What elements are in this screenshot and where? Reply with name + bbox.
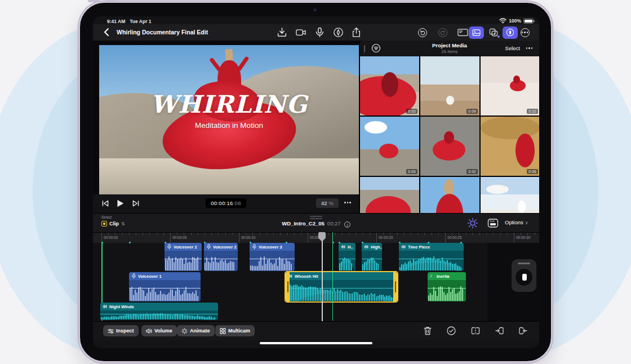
next-frame-button[interactable] [131,199,140,208]
media-thumbnail[interactable]: 0:10 [481,56,539,116]
timeline-clip[interactable]: High.. [362,243,382,271]
trim-handle-right[interactable] [393,272,397,301]
clip-duration-badge: 0:10 [527,109,538,114]
button-label: Animate [190,328,210,334]
volume-line[interactable] [100,314,218,314]
timeline-clip[interactable]: Voiceover 3 [250,243,295,271]
clip-duration-badge: 0:06 [527,169,538,174]
current-timecode[interactable]: 00:00:16:08 [206,198,246,208]
volume-line[interactable] [286,288,397,288]
approve-check-icon[interactable] [446,326,456,336]
timeline-drag-handle[interactable] [310,216,322,220]
back-button[interactable] [102,27,112,37]
undo-icon[interactable] [417,27,428,38]
media-thumbnail[interactable]: 0:06 [481,117,539,176]
titles-browser-icon[interactable] [457,27,468,38]
volume-line[interactable] [204,259,238,259]
volume-line[interactable] [428,288,466,288]
clip-label: Voiceover 2 [174,245,197,250]
timeline-clip[interactable]: Voiceover 2 [165,243,202,271]
select-button[interactable]: Select [505,45,520,51]
play-button[interactable] [115,199,125,208]
clip-label: Time Piece [408,245,430,250]
ruler-tick-label: 00:00:20 [376,233,393,243]
timeline-ruler[interactable]: 00:00:0000:00:0500:00:1000:00:1500:00:20… [93,232,539,243]
ruler-tick-label: 00:00:25 [445,233,461,243]
jog-wheel-button[interactable] [503,26,518,39]
timeline-clip[interactable]: ♪Inertia [428,272,466,301]
volume-line[interactable] [250,259,295,259]
thumbnail-subject [446,96,454,105]
volume-button[interactable]: Volume [141,325,177,336]
options-button[interactable]: Options∨ [505,219,528,225]
audio-waveform [165,255,201,270]
jog-wheel-dial[interactable] [515,268,533,286]
front-camera [313,8,317,12]
media-thumbnail[interactable]: 0:09 [420,56,479,116]
jog-wheel-grip[interactable] [518,263,530,264]
timeline-clip[interactable]: Voiceover 1 [129,272,201,301]
media-thumbnail[interactable] [481,177,539,213]
media-thumbnail[interactable]: 0:02 [420,117,479,176]
more-options-icon[interactable] [519,27,530,38]
clip-marker-dot [399,242,401,243]
jog-wheel[interactable] [512,259,536,292]
audio-waveform [205,255,237,270]
timeline-tracks: Voiceover 2Voiceover 2Voiceover 3H..High… [93,243,539,321]
clip-marker-dot [101,242,103,243]
media-thumbnail[interactable]: 0:03 [360,56,419,116]
media-thumbnail[interactable] [360,177,419,213]
ipad-device: 9:41 AM Tue Apr 1 100% Whirling Document… [78,1,553,363]
clip-duration-badge: 0:02 [466,169,478,174]
import-media-icon[interactable] [277,27,287,38]
clip-marker-dot [250,242,251,243]
timeline-clip[interactable]: H.. [339,243,356,271]
audio-waveform [399,255,463,270]
previous-frame-button[interactable] [101,199,110,208]
animate-button[interactable]: Animate [177,325,215,336]
volume-line[interactable] [165,259,202,259]
timeline-clip[interactable]: Night Winds [100,303,218,320]
multicam-button[interactable]: Multicam [215,325,255,336]
clip-marker-dot [428,242,429,243]
thumbnail-subject [518,201,526,213]
split-clip-icon[interactable] [470,326,481,336]
multicam-switcher-icon[interactable] [487,217,499,229]
thumbnail-subject [381,72,398,97]
overwrite-clip-icon[interactable] [518,326,528,336]
volume-line[interactable] [339,259,356,259]
timeline-clip[interactable]: Voiceover 2 [204,243,238,271]
volume-line[interactable] [399,259,464,259]
clip-label: Whoosh Hit [295,274,318,279]
inspect-button[interactable]: Inspect [103,325,139,336]
media-browser-button[interactable] [469,26,484,39]
thumbnail-subject [444,131,454,144]
record-voiceover-icon[interactable] [314,27,325,38]
video-preview[interactable]: WHIRLING Meditation in Motion [99,45,359,194]
viewer-zoom-control[interactable]: 42% [316,198,339,208]
effects-browser-button[interactable] [486,26,501,39]
thumbnail-subject [379,144,398,158]
volume-line[interactable] [362,259,382,259]
media-thumbnail[interactable]: 0:04 [360,117,419,176]
media-more-icon[interactable] [526,47,533,49]
media-thumbnail[interactable] [420,177,479,213]
trim-handle-left[interactable] [286,272,290,301]
pencil-tool-icon[interactable] [333,27,344,38]
playhead-line[interactable] [322,232,323,321]
trash-icon[interactable] [423,326,433,336]
insert-clip-icon[interactable] [495,326,505,336]
timeline-clip[interactable]: Whoosh Hit [286,272,397,301]
audio-waveform [428,285,465,301]
viewer-more-icon[interactable] [344,202,351,203]
thumbnail-subject [486,185,509,194]
share-icon[interactable] [351,27,362,38]
project-title: Whirling Documentary Final Edit [117,29,208,35]
redo-icon[interactable] [437,27,448,38]
home-indicator[interactable] [260,342,372,344]
clip-info-icon[interactable]: i [344,221,350,228]
connect-clip-icon[interactable] [467,217,478,229]
timeline-clip[interactable]: Time Piece [399,243,464,271]
record-video-icon[interactable] [296,27,306,38]
volume-line[interactable] [129,288,201,288]
